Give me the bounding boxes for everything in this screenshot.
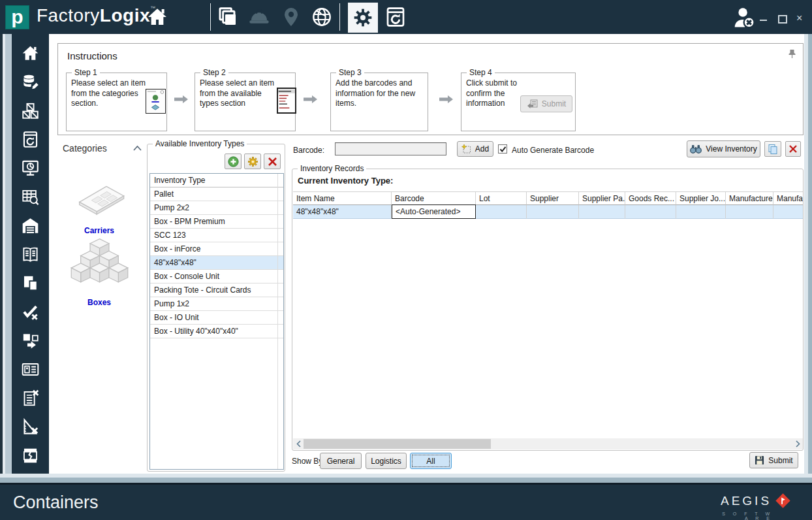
ruler-x-icon[interactable] [22,418,39,436]
cell-supplier[interactable] [527,205,579,219]
list-item[interactable]: Pallet [150,187,283,201]
auto-generate-label: Auto Generate Barcode [512,146,594,155]
column-header[interactable]: Manufac... [773,191,803,205]
dashboard-monitor-icon[interactable] [22,159,39,177]
category-carriers-label[interactable]: Carriers [49,226,151,235]
settings-tab-active[interactable] [348,3,378,33]
home-icon[interactable] [22,44,39,62]
list-item[interactable]: Box - Console Unit [150,270,283,284]
list-item[interactable]: Box - inForce [150,242,283,256]
minimize-button[interactable] [760,14,768,22]
add-type-button[interactable] [225,154,242,169]
crates-icon[interactable] [22,102,39,120]
cell-barcode-focused[interactable]: <Auto-Generated> [392,204,476,219]
horizontal-scrollbar[interactable] [293,438,803,449]
list-item[interactable]: Box - BPM Premium [150,215,283,229]
open-book-icon[interactable] [22,246,39,263]
layers-icon[interactable] [217,7,238,27]
column-header[interactable]: Barcode [392,191,476,205]
column-header[interactable]: Supplier [527,191,579,205]
damaged-box-icon[interactable] [22,447,39,464]
history-book-icon[interactable] [385,7,406,27]
list-item[interactable]: Pump 1x2 [150,297,283,311]
list-item-selected[interactable]: 48"x48"x48" [150,256,283,270]
user-logout-icon[interactable] [732,5,757,30]
box-transfer-icon[interactable] [22,332,39,349]
app-title: FactoryLogix™ [37,5,156,26]
list-item[interactable]: Packing Tote - Circuit Cards [150,284,283,297]
history-book-icon[interactable] [22,131,39,148]
list-item[interactable]: Box - Utility 40"x40"x40" [150,325,283,338]
gear-icon [352,7,373,28]
list-item[interactable]: Box - IO Unit [150,311,283,325]
current-inventory-type-label: Current Inventory Type: [298,176,393,186]
step-2-box: Step 2 Please select an item from the av… [195,73,296,131]
warehouse-icon[interactable] [22,217,39,235]
auto-generate-checkbox[interactable] [498,144,507,154]
clear-button[interactable] [785,141,801,157]
scroll-right-arrow[interactable] [792,438,803,449]
step-arrow-icon [174,95,189,104]
category-boxes-label[interactable]: Boxes [49,298,151,307]
scrollbar-thumb[interactable] [304,439,491,449]
location-pin-icon[interactable] [281,7,302,27]
barcode-input[interactable] [335,142,446,155]
step-submit-button[interactable]: Submit [520,95,572,112]
submit-button[interactable]: Submit [749,452,798,468]
list-x-icon[interactable] [22,389,39,407]
column-header[interactable]: Supplier Jo... [676,191,726,205]
app-logo: p [5,5,29,29]
close-button[interactable]: × [796,14,804,22]
check-x-icon[interactable] [22,303,39,321]
step-1-box: Step 1 Please select an item from the ca… [66,73,167,131]
list-item[interactable]: SCC 123 [150,229,283,242]
edit-type-button[interactable] [244,154,261,169]
globe-icon[interactable] [311,7,332,27]
show-by-logistics-button[interactable]: Logistics [366,453,407,469]
inventory-records-group: Inventory Records Current Inventory Type… [292,169,804,451]
documents-icon[interactable] [22,274,39,292]
binoculars-icon [690,144,702,154]
column-header[interactable]: Supplier Pa... [579,191,625,205]
id-card-icon[interactable] [22,361,39,378]
barcode-label: Barcode: [293,146,324,155]
plus-icon [228,156,239,167]
save-floppy-icon [755,455,764,465]
cell-manufacturer-part[interactable] [773,205,803,219]
inventory-types-header: Inventory Type [150,174,283,187]
column-header[interactable]: Lot [476,191,527,205]
show-by-general-button[interactable]: General [320,453,362,469]
category-carriers[interactable] [75,172,127,225]
home-icon[interactable] [147,7,168,27]
database-edit-icon[interactable] [22,73,39,91]
cell-item-name[interactable]: 48"x48"x48" [293,205,392,219]
cell-goods-received[interactable] [625,205,676,219]
cell-lot[interactable] [476,205,527,219]
cell-supplier-part[interactable] [579,205,625,219]
cell-manufacturer[interactable] [726,205,773,219]
table-search-icon[interactable] [22,188,39,206]
cell-supplier-job[interactable] [676,205,726,219]
hardhat-icon[interactable] [249,7,270,27]
column-header[interactable]: Manufacturer [726,191,773,205]
window-frame-bottom [0,474,812,483]
column-header[interactable]: Goods Rec... [625,191,676,205]
category-boxes[interactable] [69,236,131,297]
scroll-left-arrow[interactable] [293,438,304,449]
chevron-right-icon [796,440,800,447]
list-item[interactable]: Pump 2x2 [150,201,283,215]
step-1-label: Step 1 [72,68,100,77]
step-arrow-icon [439,95,454,104]
pin-icon[interactable] [788,49,796,59]
view-inventory-button[interactable]: View Inventory [687,140,760,157]
collapse-chevron-icon[interactable] [133,145,142,152]
maximize-button[interactable] [778,14,786,22]
add-button[interactable]: Add [457,141,493,157]
table-row[interactable]: 48"x48"x48" <Auto-Generated> [293,205,803,219]
delete-type-button[interactable] [264,154,281,169]
column-header[interactable]: Item Name [293,191,392,205]
copy-pages-icon [768,144,778,154]
copy-button[interactable] [764,141,781,157]
show-by-all-button[interactable]: All [410,453,452,469]
window-frame-right [804,34,812,474]
